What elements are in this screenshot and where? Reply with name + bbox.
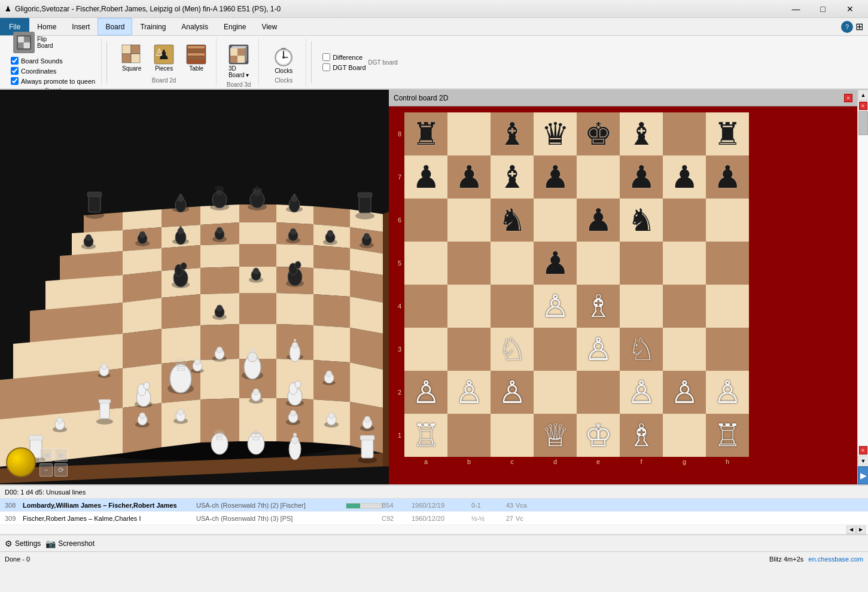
expand-icon[interactable]: ⊞ xyxy=(855,21,863,32)
cell-a7[interactable]: ♟ xyxy=(404,155,447,199)
nav-next-button[interactable]: ▶ xyxy=(54,448,68,462)
cell-b3[interactable] xyxy=(447,328,491,371)
game-list-scroll-left[interactable]: ◀ xyxy=(846,526,856,534)
nav-rotate-button[interactable]: ⟳ xyxy=(54,463,68,477)
chessbase-link[interactable]: en.chessbase.com xyxy=(808,556,863,563)
cell-d8[interactable]: ♛ xyxy=(534,112,577,155)
menu-view[interactable]: View xyxy=(254,18,285,35)
cell-f6[interactable]: ♞ xyxy=(620,199,663,242)
cell-e6[interactable]: ♟ xyxy=(577,199,620,242)
cell-b4[interactable] xyxy=(447,285,491,328)
pieces-button[interactable]: ♟ ♙ Pieces xyxy=(149,41,179,75)
cell-h1[interactable]: ♖ xyxy=(706,414,749,457)
board-sounds-checkbox[interactable] xyxy=(11,57,19,65)
difference-checkbox[interactable] xyxy=(322,53,330,61)
cell-d7[interactable]: ♟ xyxy=(534,155,577,199)
board-3d-button[interactable]: 3DBoard ▾ xyxy=(224,41,254,81)
dgt-checkbox[interactable] xyxy=(322,63,330,71)
cell-g6[interactable] xyxy=(663,199,706,242)
cell-c8[interactable]: ♝ xyxy=(491,112,534,155)
cell-a6[interactable] xyxy=(404,199,447,242)
cell-c6[interactable]: ♞ xyxy=(491,199,534,242)
cell-d3[interactable] xyxy=(534,328,577,371)
cell-a2[interactable]: ♙ xyxy=(404,371,447,414)
game-row-309[interactable]: 309 Fischer,Robert James – Kalme,Charles… xyxy=(0,512,868,525)
cell-d5[interactable]: ♟ xyxy=(534,242,577,285)
always-promote-checkbox[interactable] xyxy=(11,77,19,85)
cell-a4[interactable] xyxy=(404,285,447,328)
cell-f4[interactable] xyxy=(620,285,663,328)
cell-f3[interactable]: ♘ xyxy=(620,328,663,371)
cell-e1[interactable]: ♔ xyxy=(577,414,620,457)
cell-e5[interactable] xyxy=(577,242,620,285)
cell-f2[interactable]: ♙ xyxy=(620,371,663,414)
scroll-down-button[interactable]: ▼ xyxy=(858,456,868,466)
cell-d2[interactable] xyxy=(534,371,577,414)
cell-e2[interactable] xyxy=(577,371,620,414)
nav-prev-button[interactable]: ◀ xyxy=(39,448,53,462)
cell-h7[interactable]: ♟ xyxy=(706,155,749,199)
clocks-button[interactable]: Clocks xyxy=(267,41,300,77)
difference-row[interactable]: Difference xyxy=(322,53,366,61)
cell-c4[interactable] xyxy=(491,285,534,328)
cell-c5[interactable] xyxy=(491,242,534,285)
menu-board[interactable]: Board xyxy=(98,18,132,35)
scrollbar-red-bottom[interactable]: × xyxy=(859,446,867,454)
cell-h2[interactable]: ♙ xyxy=(706,371,749,414)
cell-d1[interactable]: ♕ xyxy=(534,414,577,457)
cell-h8[interactable]: ♜ xyxy=(706,112,749,155)
cell-f1[interactable]: ♗ xyxy=(620,414,663,457)
game-row-308[interactable]: 308 Lombardy,William James – Fischer,Rob… xyxy=(0,499,868,512)
cell-g4[interactable] xyxy=(663,285,706,328)
cell-a5[interactable] xyxy=(404,242,447,285)
cell-g1[interactable] xyxy=(663,414,706,457)
cell-g5[interactable] xyxy=(663,242,706,285)
menu-analysis[interactable]: Analysis xyxy=(173,18,216,35)
scrollbar-red-top[interactable]: × xyxy=(859,102,867,110)
settings-button[interactable]: ⚙ Settings xyxy=(5,539,41,548)
table-button[interactable]: Table xyxy=(181,41,211,75)
cell-b7[interactable]: ♟ xyxy=(447,155,491,199)
cell-g2[interactable]: ♙ xyxy=(663,371,706,414)
cell-g3[interactable] xyxy=(663,328,706,371)
cell-h5[interactable] xyxy=(706,242,749,285)
cell-c7[interactable]: ♝ xyxy=(491,155,534,199)
cell-b1[interactable] xyxy=(447,414,491,457)
cell-e4[interactable]: ♗ xyxy=(577,285,620,328)
cell-d4[interactable]: ♙ xyxy=(534,285,577,328)
maximize-button[interactable]: □ xyxy=(809,0,836,18)
game-list-scroll-right[interactable]: ▶ xyxy=(856,526,866,534)
cell-a8[interactable]: ♜ xyxy=(404,112,447,155)
close-button[interactable]: ✕ xyxy=(836,0,863,18)
coordinates-checkbox[interactable] xyxy=(11,67,19,75)
cell-g8[interactable] xyxy=(663,112,706,155)
scroll-thumb[interactable] xyxy=(858,111,868,135)
scroll-up-button[interactable]: ▲ xyxy=(858,90,868,100)
cell-b6[interactable] xyxy=(447,199,491,242)
cell-c2[interactable]: ♙ xyxy=(491,371,534,414)
cell-h6[interactable] xyxy=(706,199,749,242)
flip-board-button[interactable]: ↕ FlipBoard xyxy=(11,30,95,54)
menu-training[interactable]: Training xyxy=(132,18,173,35)
cell-g7[interactable]: ♟ xyxy=(663,155,706,199)
dgt-checkbox-row[interactable]: DGT Board xyxy=(322,63,366,71)
cell-e8[interactable]: ♚ xyxy=(577,112,620,155)
cell-f5[interactable] xyxy=(620,242,663,285)
minimize-button[interactable]: — xyxy=(782,0,809,18)
help-icon[interactable]: ? xyxy=(841,21,853,33)
cell-e7[interactable] xyxy=(577,155,620,199)
control-pin-button[interactable]: × xyxy=(844,94,852,102)
always-promote-checkbox-row[interactable]: Always promote to queen xyxy=(11,77,95,85)
square-button[interactable]: Square xyxy=(117,41,147,75)
menu-engine[interactable]: Engine xyxy=(216,18,254,35)
board-sounds-checkbox-row[interactable]: Board Sounds xyxy=(11,57,95,65)
scroll-blue-down[interactable]: ▶ xyxy=(858,466,868,484)
screenshot-button[interactable]: 📷 Screenshot xyxy=(45,539,95,548)
coordinates-checkbox-row[interactable]: Coordinates xyxy=(11,67,95,75)
cell-a1[interactable]: ♖ xyxy=(404,414,447,457)
cell-a3[interactable] xyxy=(404,328,447,371)
nav-minus-button[interactable]: − xyxy=(39,463,53,477)
cell-b5[interactable] xyxy=(447,242,491,285)
cell-e3[interactable]: ♙ xyxy=(577,328,620,371)
cell-d6[interactable] xyxy=(534,199,577,242)
